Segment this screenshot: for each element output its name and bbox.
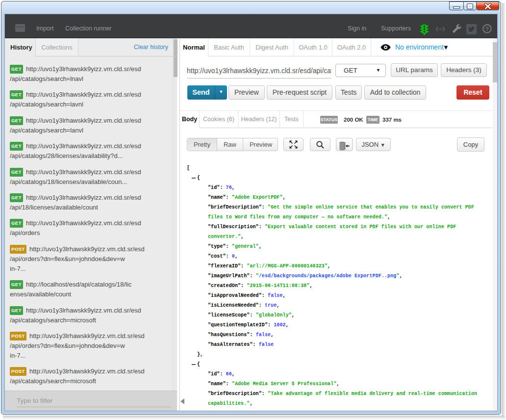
- svg-text:?: ?: [485, 26, 489, 32]
